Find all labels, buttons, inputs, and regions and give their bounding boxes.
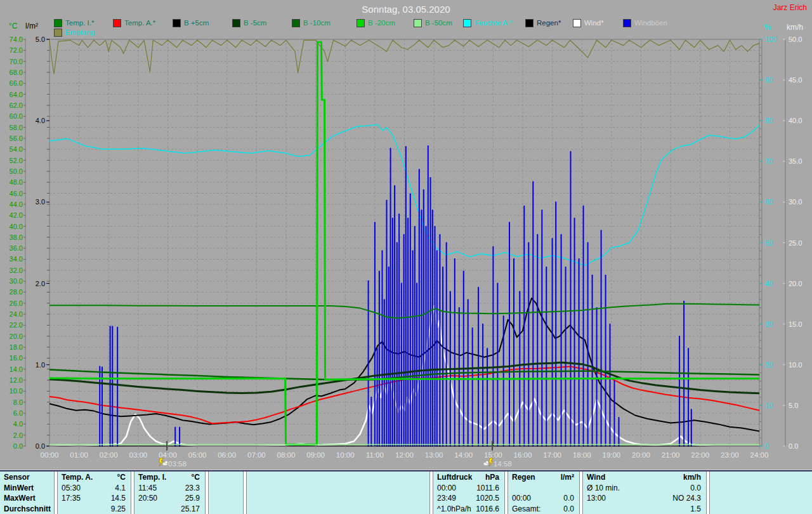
svg-text:8.0: 8.0 [13, 399, 23, 406]
svg-text:04:00: 04:00 [159, 451, 177, 459]
table-column-spacer_a [209, 472, 242, 514]
cell-value: 9.25 [111, 504, 126, 513]
column-unit: hPa [485, 473, 499, 482]
svg-text:02:00: 02:00 [100, 451, 118, 459]
table-cell-row: Ø 10 min.0.0 [583, 483, 705, 494]
table-column-spacer_b [247, 472, 428, 514]
svg-text:60: 60 [765, 198, 773, 206]
svg-text:03:00: 03:00 [129, 451, 147, 459]
svg-text:15.0: 15.0 [789, 320, 802, 328]
svg-text:28.0: 28.0 [10, 288, 23, 296]
svg-text:74.0: 74.0 [10, 36, 23, 43]
row-label: MinWert [4, 484, 34, 492]
table-cell-row [247, 493, 428, 504]
rain-axis-labels: 0.01.02.03.04.05.0 [36, 36, 49, 450]
table-cell-row: 13:00NO 24.3 [583, 493, 705, 504]
table-cell-row: 00:001011.6 [433, 483, 503, 494]
svg-text:3.0: 3.0 [36, 198, 45, 206]
cell-value: 1020.5 [476, 494, 499, 503]
svg-text:62.0: 62.0 [10, 102, 23, 109]
svg-text:13:00: 13:00 [425, 451, 443, 459]
svg-text:08:00: 08:00 [277, 451, 296, 459]
svg-text:4.0: 4.0 [36, 117, 45, 124]
table-cell-row: 05:304.1 [58, 483, 129, 494]
cell-value: 1016.6 [476, 504, 499, 513]
svg-text:4.0: 4.0 [13, 420, 23, 428]
svg-text:1.0: 1.0 [36, 361, 45, 369]
svg-text:0.0: 0.0 [13, 442, 23, 450]
svg-text:72.0: 72.0 [10, 46, 23, 54]
table-cell-row: 9.25 [58, 504, 129, 514]
cell-time: 23:49 [437, 494, 456, 503]
svg-text:09:00: 09:00 [306, 451, 325, 459]
svg-text:14:00: 14:00 [454, 451, 473, 459]
svg-text:16.0: 16.0 [10, 354, 23, 362]
svg-text:68.0: 68.0 [10, 69, 23, 76]
svg-text:0.0: 0.0 [36, 442, 45, 450]
svg-text:42.0: 42.0 [10, 211, 23, 219]
table-cell-row [209, 493, 242, 504]
svg-text:50.0: 50.0 [10, 168, 23, 175]
table-column-regen: Regenl/m²00:000.0Gesamt:0.0 [508, 472, 578, 514]
cell-time: 00:00 [437, 484, 456, 492]
svg-text:10.0: 10.0 [789, 361, 802, 369]
svg-text:24:00: 24:00 [750, 451, 769, 459]
svg-text:20.0: 20.0 [789, 280, 802, 287]
table-cell-row [209, 483, 242, 494]
column-header: Temp. I. [138, 473, 166, 482]
svg-text:30.0: 30.0 [789, 198, 802, 206]
svg-text:6.0: 6.0 [13, 409, 23, 417]
table-cell-row [508, 483, 578, 494]
svg-text:35.0: 35.0 [789, 157, 802, 165]
svg-text:20:00: 20:00 [632, 451, 650, 459]
table-cell-row [710, 483, 811, 494]
svg-text:10.0: 10.0 [10, 387, 23, 395]
column-header: Regen [512, 473, 535, 482]
svg-text:0: 0 [765, 442, 769, 450]
svg-text:56.0: 56.0 [10, 135, 23, 142]
svg-text:06:00: 06:00 [218, 451, 236, 459]
svg-text:18.0: 18.0 [10, 343, 23, 351]
svg-text:15:00: 15:00 [484, 451, 502, 459]
svg-text:19:00: 19:00 [602, 451, 620, 459]
cell-time: 13:00 [587, 494, 606, 503]
table-cell-row [247, 504, 428, 514]
weather-chart-plot: 0.02.04.06.08.010.012.014.016.018.020.02… [0, 0, 812, 470]
svg-text:10:00: 10:00 [336, 451, 355, 459]
svg-text:16:00: 16:00 [514, 451, 532, 459]
svg-text:80: 80 [765, 117, 773, 124]
table-column-spacer_c [710, 472, 811, 514]
cell-time: 11:45 [138, 484, 157, 492]
table-cell-row: 25.17 [134, 504, 204, 514]
table-cell-row: 23:491020.5 [433, 493, 503, 504]
table-column-temp_a: Temp. A.°C05:304.117:3514.59.25 [58, 472, 129, 514]
svg-text:70: 70 [765, 157, 773, 165]
cell-time: 05:30 [62, 484, 81, 492]
svg-text:20.0: 20.0 [10, 333, 23, 340]
table-cell-row: 00:000.0 [508, 493, 578, 504]
table-cell-row: Gesamt:0.0 [508, 504, 578, 514]
svg-text:2.0: 2.0 [36, 280, 45, 287]
cell-value: 0.0 [563, 504, 574, 513]
cell-time: 17:35 [62, 494, 81, 503]
svg-text:44.0: 44.0 [10, 201, 23, 208]
cloud-icon [162, 461, 167, 465]
svg-text:22:00: 22:00 [691, 451, 709, 459]
svg-text:22.0: 22.0 [10, 321, 23, 329]
svg-text:66.0: 66.0 [10, 79, 23, 87]
svg-text:2.0: 2.0 [13, 432, 23, 439]
cell-value: 25.9 [185, 494, 200, 503]
row-label: Durchschnitt [4, 504, 51, 513]
table-cell-row: 11:4523.3 [134, 483, 204, 494]
time-axis: 00:0001:0002:0003:0004:0005:0006:0007:00… [41, 446, 769, 459]
event-marker-time: 03:58 [168, 460, 187, 468]
row-label: Sensor [4, 473, 30, 482]
svg-text:40.0: 40.0 [10, 223, 23, 230]
cell-time: 20:50 [138, 494, 157, 503]
column-header: Temp. A. [62, 473, 93, 482]
table-column-temp_i: Temp. I.°C11:4523.320:5025.925.17 [134, 472, 204, 514]
svg-text:21:00: 21:00 [662, 451, 680, 459]
svg-text:36.0: 36.0 [10, 244, 23, 252]
table-cell-row: 1.5 [583, 504, 705, 514]
svg-text:5.0: 5.0 [36, 36, 45, 43]
